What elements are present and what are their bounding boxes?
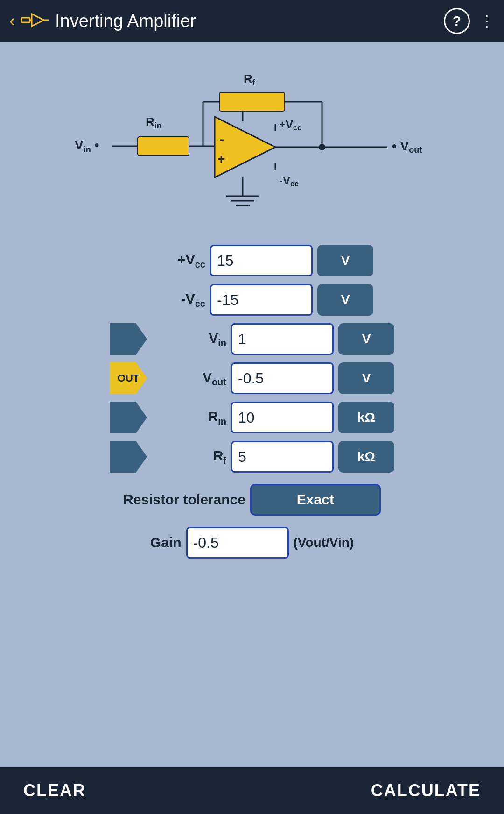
form-area: +Vcc V -Vcc V Vin V OUT — [0, 238, 504, 767]
svg-text:Rin: Rin — [146, 115, 162, 130]
app-icon — [21, 8, 49, 34]
vin-selector[interactable] — [110, 323, 147, 355]
vcc-pos-row: +Vcc V — [19, 243, 485, 278]
svg-rect-0 — [21, 18, 30, 22]
tolerance-button[interactable]: Exact — [250, 484, 381, 516]
rf-selector[interactable] — [110, 441, 147, 473]
gain-row: Gain (Vout/Vin) — [19, 525, 485, 560]
vcc-neg-unit: V — [317, 284, 373, 316]
rin-unit: kΩ — [338, 402, 394, 433]
svg-point-31 — [319, 144, 325, 150]
vcc-pos-label: +Vcc — [131, 252, 205, 270]
gain-input[interactable] — [186, 527, 289, 559]
svg-marker-3 — [32, 14, 44, 26]
rf-label: Rf — [152, 448, 226, 466]
gain-label: Gain — [150, 535, 182, 551]
gain-unit: (Vout/Vin) — [294, 535, 354, 550]
svg-marker-10 — [215, 117, 275, 177]
vcc-pos-input[interactable] — [210, 245, 313, 276]
page-title: Inverting Amplifier — [55, 11, 444, 31]
svg-text:Vin •: Vin • — [75, 138, 99, 154]
svg-text:-Vcc: -Vcc — [279, 174, 299, 188]
vout-unit: V — [338, 362, 394, 394]
circuit-svg: Vin • Rin - + +Vcc -Vcc — [61, 51, 443, 229]
vout-input[interactable] — [231, 362, 334, 394]
circuit-diagram: Vin • Rin - + +Vcc -Vcc — [0, 42, 504, 238]
help-button[interactable]: ? — [444, 8, 470, 34]
bottom-bar: CLEAR CALCULATE — [0, 767, 504, 814]
menu-button[interactable]: ⋮ — [479, 12, 495, 30]
vout-row: OUT Vout V — [19, 361, 485, 396]
vout-selector[interactable]: OUT — [110, 362, 147, 394]
main-content: Vin • Rin - + +Vcc -Vcc — [0, 42, 504, 767]
svg-rect-24 — [219, 92, 285, 111]
vcc-neg-input[interactable] — [210, 284, 313, 316]
vcc-pos-unit: V — [317, 245, 373, 276]
svg-text:• Vout: • Vout — [392, 139, 422, 155]
header: ‹ Inverting Amplifier ? ⋮ — [0, 0, 504, 42]
tolerance-row: Resistor tolerance Exact — [19, 482, 485, 517]
rf-input[interactable] — [231, 441, 334, 473]
clear-button[interactable]: CLEAR — [0, 781, 252, 800]
back-button[interactable]: ‹ — [9, 11, 15, 31]
svg-text:-: - — [219, 131, 224, 147]
vin-label: Vin — [152, 330, 226, 348]
calculate-button[interactable]: CALCULATE — [252, 781, 504, 800]
tolerance-label: Resistor tolerance — [123, 492, 245, 508]
out-label: OUT — [118, 372, 139, 384]
svg-text:+: + — [217, 152, 225, 166]
vin-input[interactable] — [231, 323, 334, 355]
rin-row: Rin kΩ — [19, 400, 485, 435]
vcc-neg-label: -Vcc — [131, 291, 205, 309]
vin-unit: V — [338, 323, 394, 355]
svg-text:+Vcc: +Vcc — [279, 118, 301, 132]
svg-rect-7 — [138, 137, 189, 156]
svg-text:Rf: Rf — [244, 72, 256, 87]
rin-input[interactable] — [231, 402, 334, 433]
vin-row: Vin V — [19, 321, 485, 357]
rf-row: Rf kΩ — [19, 439, 485, 474]
vout-label: Vout — [152, 369, 226, 388]
rf-unit: kΩ — [338, 441, 394, 473]
rin-selector[interactable] — [110, 402, 147, 433]
rin-label: Rin — [152, 409, 226, 427]
vcc-neg-row: -Vcc V — [19, 282, 485, 318]
